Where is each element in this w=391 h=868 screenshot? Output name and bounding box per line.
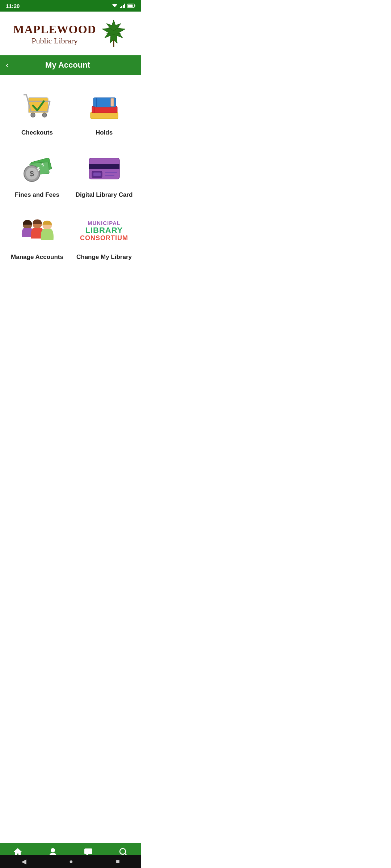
logo-leaf-icon bbox=[99, 18, 128, 50]
manage-accounts-item[interactable]: Manage Accounts bbox=[4, 207, 71, 269]
status-icons bbox=[112, 3, 135, 8]
svg-rect-29 bbox=[89, 164, 119, 169]
checkouts-icon bbox=[17, 89, 57, 125]
header-bar: ‹ My Account bbox=[0, 55, 141, 75]
mlc-logo-text: MUNICIPAL LIBRARY CONSORTIUM bbox=[80, 220, 128, 242]
svg-rect-31 bbox=[93, 173, 101, 176]
status-time: 11:20 bbox=[6, 3, 20, 9]
svg-rect-5 bbox=[135, 5, 135, 7]
library-card-label: Digital Library Card bbox=[76, 191, 133, 199]
svg-text:$: $ bbox=[30, 170, 34, 178]
library-card-icon bbox=[84, 151, 124, 187]
svg-point-13 bbox=[31, 113, 35, 117]
main-content: Checkouts Hold bbox=[0, 75, 141, 314]
checkouts-label: Checkouts bbox=[21, 129, 53, 136]
checkouts-item[interactable]: Checkouts bbox=[4, 82, 71, 144]
manage-accounts-label: Manage Accounts bbox=[11, 254, 63, 261]
fines-icon: $ $ $ bbox=[17, 151, 57, 187]
svg-rect-1 bbox=[121, 6, 122, 8]
svg-rect-15 bbox=[91, 112, 118, 119]
back-button[interactable]: ‹ bbox=[6, 60, 9, 70]
holds-label: Holds bbox=[96, 129, 113, 136]
fines-item[interactable]: $ $ $ Fines and Fees bbox=[4, 144, 71, 207]
svg-point-14 bbox=[42, 113, 47, 117]
status-bar: 11:20 bbox=[0, 0, 141, 12]
svg-rect-20 bbox=[111, 98, 114, 106]
svg-text:$: $ bbox=[37, 166, 40, 172]
fines-label: Fines and Fees bbox=[15, 191, 59, 199]
svg-rect-6 bbox=[128, 5, 133, 7]
change-library-item[interactable]: MUNICIPAL LIBRARY CONSORTIUM Change My L… bbox=[71, 207, 138, 269]
logo-text: Maplewood Public Library bbox=[13, 23, 96, 46]
svg-rect-2 bbox=[123, 5, 124, 8]
holds-icon bbox=[84, 89, 124, 125]
logo-title: Maplewood bbox=[13, 23, 96, 36]
battery-icon bbox=[127, 4, 135, 8]
holds-item[interactable]: Holds bbox=[71, 82, 138, 144]
svg-rect-32 bbox=[105, 172, 117, 173]
svg-rect-0 bbox=[120, 7, 121, 8]
change-library-icon: MUNICIPAL LIBRARY CONSORTIUM bbox=[84, 213, 124, 249]
svg-rect-3 bbox=[124, 4, 125, 8]
signal-icon bbox=[120, 3, 126, 8]
logo-subtitle: Public Library bbox=[13, 36, 96, 46]
svg-rect-16 bbox=[92, 106, 117, 113]
library-card-item[interactable]: Digital Library Card bbox=[71, 144, 138, 207]
page-title: My Account bbox=[12, 60, 123, 70]
wifi-icon bbox=[112, 3, 118, 8]
menu-grid: Checkouts Hold bbox=[0, 75, 141, 276]
svg-rect-33 bbox=[105, 175, 114, 176]
change-library-label: Change My Library bbox=[76, 254, 132, 261]
logo-area: Maplewood Public Library bbox=[0, 12, 141, 55]
manage-accounts-icon bbox=[17, 213, 57, 249]
